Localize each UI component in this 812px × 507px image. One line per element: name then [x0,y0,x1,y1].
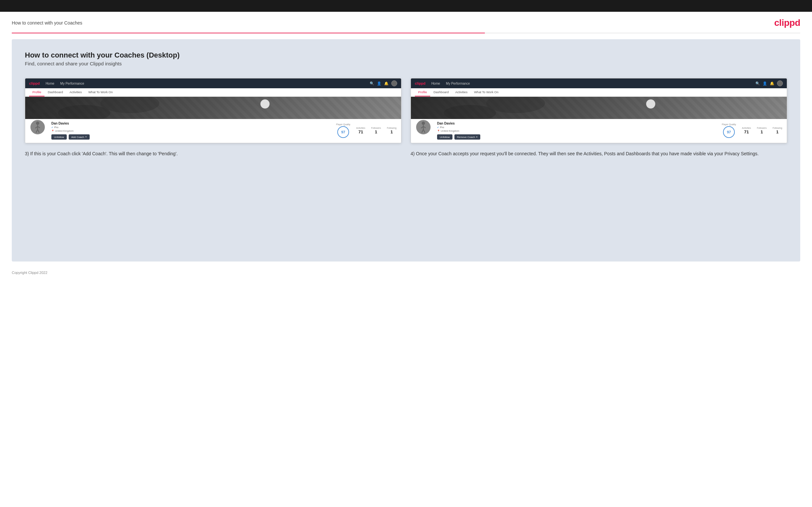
svg-line-16 [422,129,423,133]
right-player-name: Dan Davies [437,122,480,125]
page-header: How to connect with your Coaches clippd [0,12,812,33]
right-quality-label: Player Quality [722,123,736,125]
left-player-quality: Player Quality 97 [336,123,350,138]
right-hero-texture [411,97,787,119]
right-quality-value: 97 [723,126,735,138]
left-profile-section: Dan Davies ✔ Pro 📍 United Kingdom Unfoll… [25,119,401,143]
search-icon-right: 🔍 [755,81,760,86]
remove-coach-button[interactable]: Remove Coach × [454,134,480,139]
right-activities-value: 71 [744,129,749,134]
add-coach-button[interactable]: Add Coach + [69,134,90,139]
left-mockup-logo: clippd [29,81,40,85]
tab-activities-left[interactable]: Activities [66,88,85,97]
right-stat-following: Following 1 [772,127,782,134]
bell-icon-right: 🔔 [770,81,774,86]
right-player-location: 📍 United Kingdom [437,129,480,132]
svg-point-12 [422,122,425,125]
avatar-icon-right [777,80,783,86]
right-player-quality: Player Quality 97 [722,123,736,138]
left-mockup-frame: clippd Home My Performance 🔍 👤 🔔 Profile… [25,78,401,143]
left-hero-banner [25,97,401,119]
left-mockup-nav: clippd Home My Performance 🔍 👤 🔔 [25,78,401,88]
right-activities-label: Activities [742,127,751,129]
header-divider [12,33,800,33]
svg-point-3 [36,122,39,125]
bell-icon: 🔔 [384,81,389,86]
unfollow-button-right[interactable]: Unfollow [437,134,452,139]
svg-line-7 [36,129,38,133]
left-mockup-tabs: Profile Dashboard Activities What To Wor… [25,88,401,97]
left-stat-activities: Activities 71 [356,127,365,134]
page-header-title: How to connect with your Coaches [12,20,83,25]
tab-dashboard-left[interactable]: Dashboard [45,88,66,97]
right-screenshot-col: clippd Home My Performance 🔍 👤 🔔 Profile… [411,78,787,159]
right-hero-banner [411,97,787,119]
left-following-label: Following [387,127,397,129]
right-stat-followers: Followers 1 [757,127,766,134]
right-profile-info: Dan Davies ✔ Pro 📍 United Kingdom Unfoll… [437,122,480,139]
right-nav-myperformance: My Performance [446,82,470,85]
tab-profile-right[interactable]: Profile [415,88,430,97]
right-mockup-frame: clippd Home My Performance 🔍 👤 🔔 Profile… [411,78,787,143]
tab-activities-right[interactable]: Activities [452,88,470,97]
left-avatar-wrap [30,119,46,135]
right-mockup-tabs: Profile Dashboard Activities What To Wor… [411,88,787,97]
svg-point-11 [486,97,545,113]
left-stat-following: Following 1 [387,127,397,134]
left-screenshot-col: clippd Home My Performance 🔍 👤 🔔 Profile… [25,78,401,159]
right-stat-activities: Activities 71 [742,127,751,134]
right-action-buttons: Unfollow Remove Coach × [437,134,480,139]
right-profile-section: Dan Davies ✔ Pro 📍 United Kingdom Unfoll… [411,119,787,143]
right-following-label: Following [772,127,782,129]
unfollow-button-left[interactable]: Unfollow [51,134,67,139]
left-quality-value: 97 [337,126,349,138]
left-nav-myperformance: My Performance [60,82,84,85]
right-followers-value: 1 [761,129,763,134]
left-nav-home: Home [46,82,54,85]
hero-texture [25,97,401,119]
left-following-value: 1 [391,129,393,134]
page-footer: Copyright Clippd 2022 [0,267,812,280]
left-player-name: Dan Davies [51,122,90,125]
svg-line-8 [38,129,39,133]
top-bar [0,0,812,12]
svg-point-2 [100,97,159,113]
clippd-logo: clippd [774,18,800,28]
left-player-location: 📍 United Kingdom [51,129,90,132]
left-player-badge: ✔ Pro [51,126,90,129]
section-subtitle: Find, connect and share your Clippd insi… [25,61,787,66]
tab-whattoworkon-right[interactable]: What To Work On [471,88,502,97]
right-avatar-wrap [415,119,431,135]
avatar-icon [391,80,397,86]
screenshots-row: clippd Home My Performance 🔍 👤 🔔 Profile… [25,78,787,159]
left-avatar [30,119,46,135]
section-title: How to connect with your Coaches (Deskto… [25,51,787,59]
left-nav-icons: 🔍 👤 🔔 [370,80,397,86]
right-nav-home: Home [431,82,440,85]
user-icon: 👤 [377,81,382,86]
right-caption: 4) Once your Coach accepts your request … [411,149,787,159]
right-mockup-logo: clippd [415,81,425,85]
main-content: How to connect with your Coaches (Deskto… [12,39,800,262]
golfer-silhouette-right [418,121,428,133]
left-followers-value: 1 [375,129,377,134]
right-following-value: 1 [776,129,779,134]
tab-profile-left[interactable]: Profile [29,88,45,97]
tab-dashboard-right[interactable]: Dashboard [430,88,452,97]
right-followers-label: Followers [757,127,766,129]
right-mockup-nav: clippd Home My Performance 🔍 👤 🔔 [411,78,787,88]
left-action-buttons: Unfollow Add Coach + [51,134,90,139]
svg-line-17 [423,129,425,133]
left-stats: Player Quality 97 Activities 71 Follower… [336,123,397,138]
left-caption: 3) If this is your Coach click 'Add Coac… [25,149,401,159]
golfer-silhouette-left [33,121,43,133]
user-icon-right: 👤 [763,81,767,86]
tab-whattoworkon-left[interactable]: What To Work On [85,88,116,97]
search-icon: 🔍 [370,81,374,86]
left-stat-followers: Followers 1 [371,127,381,134]
left-quality-label: Player Quality [336,123,350,125]
left-activities-value: 71 [358,129,363,134]
left-activities-label: Activities [356,127,365,129]
left-profile-info: Dan Davies ✔ Pro 📍 United Kingdom Unfoll… [51,122,90,139]
right-player-badge: ✔ Pro [437,126,480,129]
